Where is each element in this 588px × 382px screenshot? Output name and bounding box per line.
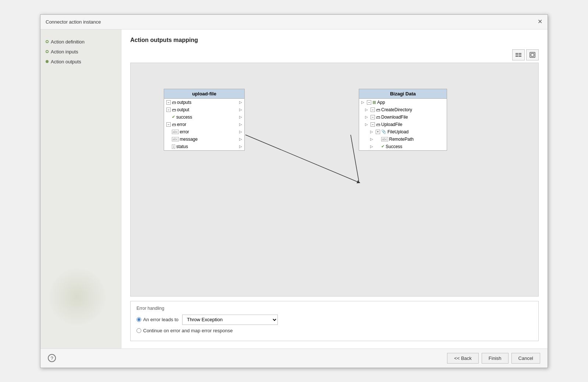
svg-rect-10	[531, 53, 534, 56]
arrow-right-icon: ▷	[239, 100, 242, 104]
error-handling-title: Error handling	[137, 306, 532, 311]
num-icon: 1	[172, 144, 175, 149]
svg-line-12	[245, 135, 359, 182]
dialog: Connector action instance ✕ Action defin…	[40, 14, 548, 368]
node-label: error	[177, 122, 186, 127]
error-row-1: An error leads to Throw Exception Contin…	[137, 315, 532, 325]
layout-btn-2[interactable]	[526, 49, 539, 60]
radio-input-2[interactable]	[137, 328, 141, 333]
abc-icon: abc	[172, 137, 179, 141]
radio-input-1[interactable]	[137, 317, 141, 322]
folder-icon: 🗃	[172, 108, 176, 112]
help-button[interactable]: ?	[48, 354, 56, 362]
folder-icon: 🗃	[172, 100, 176, 105]
node-label: DownloadFile	[381, 115, 408, 120]
arrow-left-icon: ▷	[361, 100, 364, 104]
sidebar-label-action-definition: Action definition	[51, 39, 85, 45]
cancel-button[interactable]: Cancel	[511, 353, 540, 364]
radio-text-1: An error leads to	[143, 317, 178, 322]
svg-line-11	[351, 135, 359, 181]
folder-icon: 🗃	[376, 115, 380, 119]
expand-icon[interactable]: −	[166, 108, 171, 112]
expand-icon[interactable]: −	[371, 115, 375, 119]
tree-node: 1 status ▷	[164, 143, 244, 150]
check-icon: ✔	[172, 115, 175, 119]
radio-text-2: Continue on error and map error response	[143, 328, 233, 333]
sidebar-label-action-inputs: Action inputs	[51, 49, 78, 55]
tree-node-success: ✔ success ▷	[164, 113, 244, 121]
arrow-right-icon: ▷	[239, 115, 242, 119]
svg-rect-0	[516, 53, 518, 54]
node-label: success	[176, 115, 192, 120]
expand-icon[interactable]: +	[376, 130, 380, 134]
expand-icon[interactable]: −	[166, 100, 171, 105]
arrow-right-icon: ▷	[239, 108, 242, 112]
footer-left: ?	[48, 354, 56, 362]
paperclip-icon: 📎	[381, 129, 386, 134]
tree-node: ▷ − ▦ App	[359, 99, 447, 106]
sidebar-item-action-inputs[interactable]: Action inputs	[44, 47, 117, 57]
left-tree-box: upload-file − 🗃 outputs ▷ − 🗃 outpu	[164, 89, 245, 151]
abc-icon: abc	[172, 130, 179, 134]
tree-node: − 🗃 error ▷	[164, 121, 244, 128]
svg-rect-4	[519, 55, 521, 55]
throw-exception-dropdown[interactable]: Throw Exception Continue on error	[182, 315, 278, 325]
grid-icon: ▦	[372, 100, 376, 105]
dialog-title: Connector action instance	[46, 19, 101, 25]
arrow-right-icon: ▷	[239, 122, 242, 126]
node-label: App	[377, 100, 385, 105]
close-button[interactable]: ✕	[538, 19, 542, 25]
node-label: output	[177, 107, 189, 112]
arrow-left-icon: ▷	[365, 115, 368, 119]
sidebar-item-action-outputs[interactable]: Action outputs	[44, 57, 117, 67]
finish-button[interactable]: Finish	[482, 353, 509, 364]
arrow-left-icon: ▷	[365, 108, 368, 112]
layout-btn-1[interactable]	[512, 49, 525, 60]
arrow-left-icon: ▷	[365, 122, 368, 126]
footer-right: << Back Finish Cancel	[447, 353, 540, 364]
svg-rect-2	[516, 56, 518, 57]
expand-icon[interactable]: −	[367, 100, 371, 105]
tree-node: − 🗃 outputs ▷	[164, 99, 244, 106]
radio-label-1[interactable]: An error leads to	[137, 317, 178, 322]
node-label: error	[180, 129, 189, 134]
expand-icon[interactable]: −	[166, 122, 171, 127]
node-label: outputs	[177, 100, 191, 105]
svg-rect-3	[519, 53, 521, 54]
svg-rect-5	[519, 56, 521, 57]
node-label: message	[180, 137, 198, 142]
folder-icon: 🗃	[376, 122, 380, 127]
node-label: RemotePath	[389, 137, 414, 142]
tree-node: abc error ▷	[164, 128, 244, 136]
dialog-footer: ? << Back Finish Cancel	[40, 348, 548, 368]
tree-node: ▷ + 📎 FileUpload	[359, 128, 447, 136]
tree-node: abc message ▷	[164, 136, 244, 143]
expand-icon[interactable]: −	[371, 122, 375, 127]
back-button[interactable]: << Back	[447, 353, 479, 364]
mapping-toolbar	[130, 49, 539, 60]
arrow-right-icon: ▷	[239, 137, 242, 141]
svg-rect-9	[530, 52, 535, 57]
dialog-body: Action definition Action inputs Action o…	[40, 29, 548, 348]
radio-label-2[interactable]: Continue on error and map error response	[137, 328, 233, 333]
tree-node: ▷ − 🗃 CreateDirectory	[359, 106, 447, 113]
arrow-left-icon: ▷	[370, 144, 373, 148]
sidebar-item-action-definition[interactable]: Action definition	[44, 37, 117, 47]
right-box-header: Bizagi Data	[359, 89, 447, 99]
title-bar: Connector action instance ✕	[40, 15, 548, 29]
tree-node-target-success: ▷ ✔ Success	[359, 143, 447, 150]
error-row-2: Continue on error and map error response	[137, 328, 532, 333]
arrow-left-icon: ▷	[370, 130, 373, 134]
tree-node: − 🗃 output ▷	[164, 106, 244, 113]
right-tree-box: Bizagi Data ▷ − ▦ App ▷ − 🗃	[359, 89, 447, 151]
expand-icon[interactable]: −	[371, 108, 375, 112]
node-label: status	[176, 144, 188, 149]
node-label: CreateDirectory	[381, 107, 412, 112]
sidebar-dot-action-outputs	[46, 60, 49, 63]
check-icon: ✔	[381, 144, 385, 149]
mapping-inner: upload-file − 🗃 outputs ▷ − 🗃 outpu	[131, 63, 538, 296]
sidebar-dot-action-definition	[46, 40, 49, 43]
arrow-left-icon: ▷	[370, 137, 373, 141]
folder-icon: 🗃	[172, 122, 176, 127]
abc-icon: abc	[381, 137, 388, 141]
